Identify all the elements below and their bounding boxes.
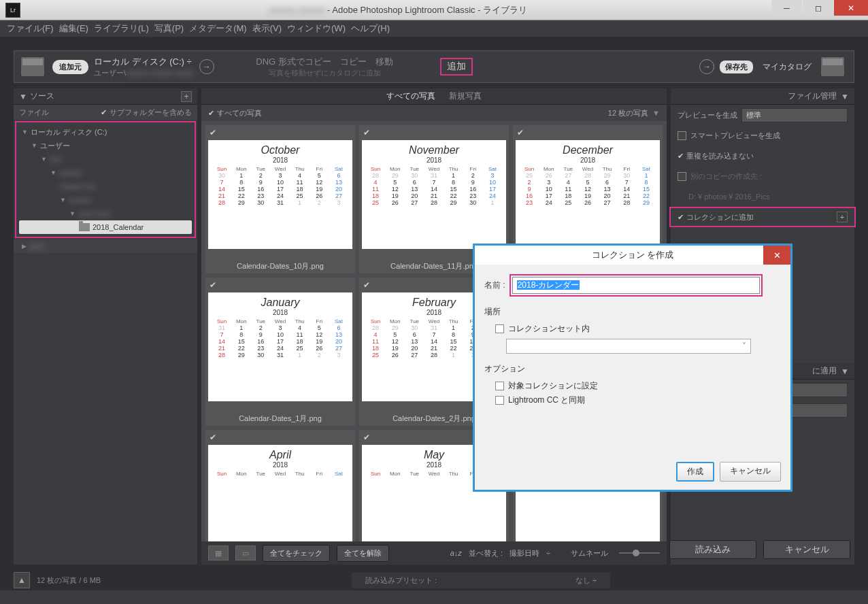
add-source-icon[interactable]: + xyxy=(181,91,192,102)
calendar-preview: January2018SunMonTueWedThuFriSat31123456… xyxy=(208,292,352,401)
source-panel: ▼ソース+ ファイル✔サブフォルダーを含める ▼ローカル ディスク (C:) ▼… xyxy=(14,88,197,565)
add-mode-button[interactable]: 追加 xyxy=(440,58,473,76)
thumb-filename: Calendar-Dates_10月.png xyxy=(208,261,352,271)
hdd-icon xyxy=(21,57,44,76)
import-bar: 追加元 ローカル ディスク (C:) ÷ ユーザー\xxxxxx xxxxxx … xyxy=(14,50,854,83)
thumbnail-slider[interactable] xyxy=(619,552,660,554)
tree-row[interactable]: ▼xxx xyxy=(19,152,192,166)
import-button[interactable]: 読み込み xyxy=(669,540,756,559)
tab-new-photos[interactable]: 新規写真 xyxy=(449,90,482,102)
thumb-checkbox[interactable]: ✔ xyxy=(363,433,370,442)
check-all-button[interactable]: 全てをチェック xyxy=(263,545,330,562)
create-button[interactable]: 作成 xyxy=(676,462,714,482)
menu-file[interactable]: ファイル(F) xyxy=(7,22,54,35)
thumbnail[interactable]: ✔October2018SunMonTueWedThuFriSat3012345… xyxy=(205,125,355,273)
thumb-filename: Calendar-Dates_1月.png xyxy=(208,414,352,424)
menu-window[interactable]: ウィンドウ(W) xyxy=(287,22,346,35)
thumb-checkbox[interactable]: ✔ xyxy=(210,280,216,290)
close-button[interactable]: ✕ xyxy=(834,0,868,16)
create-collection-dialog: コレクション を作成✕ 名前 : 2018-カレンダー 場所 コレクションセット… xyxy=(473,244,792,492)
master-checkbox[interactable]: ✔ xyxy=(208,109,214,118)
copy-options: DNG 形式でコピー コピー 移動 写真を移動せずにカタログに追加 xyxy=(220,56,430,78)
menubar: ファイル(F) 編集(E) ライブラリ(L) 写真(P) メタデータ(M) 表示… xyxy=(0,20,868,37)
tree-row[interactable]: ▼xxxxxx xyxy=(19,166,192,180)
tree-collapsed-row[interactable]: ▶xxxx xyxy=(14,239,197,253)
tree-disk[interactable]: ▼ローカル ディスク (C:) xyxy=(19,125,192,139)
arrow-right-icon[interactable]: → xyxy=(199,59,214,74)
grid-view-icon[interactable]: ▦ xyxy=(208,546,229,560)
arrow-right-icon-2[interactable]: → xyxy=(699,59,714,74)
preset-bar[interactable]: 読み込みプリセット :なし ÷ xyxy=(352,573,610,588)
tree-selected-folder[interactable]: 2018_Calendar xyxy=(19,220,192,234)
loupe-view-icon[interactable]: ▭ xyxy=(235,546,256,560)
menu-help[interactable]: ヘルプ(H) xyxy=(351,22,390,35)
thumbnail[interactable]: ✔April2018SunMonTueWedThuFriSatCalendar-… xyxy=(205,430,355,541)
catalog-label: マイカタログ xyxy=(763,61,812,73)
menu-edit[interactable]: 編集(E) xyxy=(59,22,88,35)
app-icon: Lr xyxy=(5,3,20,18)
sort-value[interactable]: 撮影日時 xyxy=(510,548,539,558)
calendar-preview: October2018SunMonTueWedThuFriSat30123456… xyxy=(208,140,352,249)
cancel-button[interactable]: キャンセル xyxy=(763,540,850,559)
bottom-toolbar: ▦ ▭ 全てをチェック 全てを解除 a↓z 並べ替え : 撮影日時÷ サムネール xyxy=(201,541,667,565)
tree-row[interactable]: xxxxxx xxx xyxy=(19,180,192,193)
file-management-header[interactable]: ファイル管理▼ xyxy=(671,88,854,105)
calendar-preview: April2018SunMonTueWedThuFriSat xyxy=(208,445,352,541)
target-collection-checkbox[interactable] xyxy=(495,382,504,390)
inside-set-checkbox[interactable] xyxy=(495,324,504,333)
dialog-close-button[interactable]: ✕ xyxy=(763,246,790,265)
place-section-label: 場所 xyxy=(484,306,781,318)
tree-users[interactable]: ▼ユーザー xyxy=(19,139,192,152)
photo-count: 12 枚の写真 xyxy=(608,108,648,118)
preview-select[interactable]: 標準 xyxy=(741,108,848,122)
tree-row[interactable]: ▼xxxxxx xyxy=(19,193,192,207)
calendar-preview: December2018SunMonTueWedThuFriSat2526272… xyxy=(516,140,660,249)
dialog-cancel-button[interactable]: キャンセル xyxy=(720,462,781,482)
folder-icon xyxy=(79,223,90,231)
tree-row[interactable]: ▼xxxx xxxx xyxy=(19,207,192,220)
sort-label: 並べ替え : xyxy=(469,548,503,558)
add-collection-icon[interactable]: + xyxy=(837,212,848,222)
collection-name-input[interactable]: 2018-カレンダー xyxy=(512,277,760,294)
add-to-collection-row[interactable]: ✔コレクションに追加+ xyxy=(669,207,856,227)
all-photos-label: すべての写真 xyxy=(217,108,262,118)
preview-label: プレビューを生成 xyxy=(678,110,737,120)
sync-cc-checkbox[interactable] xyxy=(495,396,504,405)
uncheck-all-button[interactable]: 全てを解除 xyxy=(337,545,389,562)
options-section-label: オプション xyxy=(484,363,781,375)
status-bar: ▲ 12 枚の写真 / 6 MB 読み込みプリセット :なし ÷ xyxy=(0,570,868,590)
menu-metadata[interactable]: メタデータ(M) xyxy=(189,22,247,35)
window-title: xxxxxx xxxxxx - Adobe Photoshop Lightroo… xyxy=(26,4,771,16)
second-copy-checkbox[interactable] xyxy=(678,172,686,181)
thumbnail[interactable]: ✔January2018SunMonTueWedThuFriSat3112345… xyxy=(205,278,355,426)
thumb-checkbox[interactable]: ✔ xyxy=(210,433,216,442)
folder-tree: ▼ローカル ディスク (C:) ▼ユーザー ▼xxx ▼xxxxxx xxxxx… xyxy=(15,121,196,238)
dialog-title: コレクション を作成✕ xyxy=(475,246,790,265)
thumbnail-size-label: サムネール xyxy=(571,548,608,558)
center-tabbar: すべての写真 新規写真 xyxy=(201,88,667,105)
minimize-button[interactable]: ─ xyxy=(771,0,802,16)
panel-toggle-button[interactable]: ▲ xyxy=(14,572,30,588)
no-duplicates-checkbox[interactable]: ✔ xyxy=(678,152,684,161)
include-subfolders-checkbox[interactable]: ✔ xyxy=(101,108,107,116)
thumb-checkbox[interactable]: ✔ xyxy=(363,280,370,290)
hdd-icon-2 xyxy=(821,57,844,76)
save-to-button[interactable]: 保存先 xyxy=(720,61,753,73)
add-from-button[interactable]: 追加元 xyxy=(52,60,88,74)
menu-photo[interactable]: 写真(P) xyxy=(154,22,184,35)
thumb-checkbox[interactable]: ✔ xyxy=(517,128,524,137)
maximize-button[interactable]: ◻ xyxy=(803,0,833,16)
tab-all-photos[interactable]: すべての写真 xyxy=(386,90,435,102)
thumb-checkbox[interactable]: ✔ xyxy=(363,128,370,137)
menu-view[interactable]: 表示(V) xyxy=(252,22,282,35)
calendar-preview: November2018SunMonTueWedThuFriSat2829303… xyxy=(362,140,506,249)
smart-preview-checkbox[interactable] xyxy=(678,131,686,140)
source-disk-label[interactable]: ローカル ディスク (C:) ÷ ユーザー\xxxxxx xxxxxx xxxx… xyxy=(94,56,194,78)
menu-library[interactable]: ライブラリ(L) xyxy=(94,22,149,35)
chevron-down-icon[interactable]: ▼ xyxy=(652,109,660,117)
collection-set-dropdown[interactable]: ˅ xyxy=(506,339,751,354)
thumb-checkbox[interactable]: ✔ xyxy=(210,128,216,137)
titlebar: Lr xxxxxx xxxxxx - Adobe Photoshop Light… xyxy=(0,0,868,20)
source-header[interactable]: ▼ソース+ xyxy=(14,88,197,105)
name-label: 名前 : xyxy=(484,280,505,291)
